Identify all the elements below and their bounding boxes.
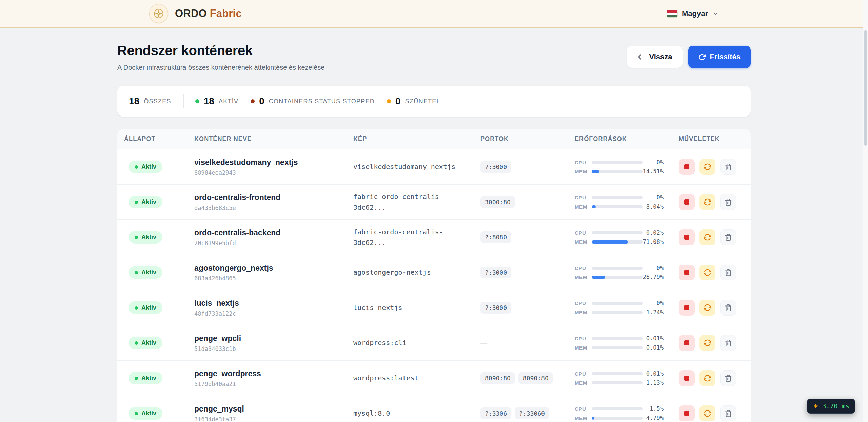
status-cell: Aktív bbox=[117, 337, 194, 349]
stop-button[interactable] bbox=[679, 229, 695, 245]
status-label: Aktív bbox=[141, 198, 156, 206]
mem-row: MEM 14.51% bbox=[575, 168, 664, 175]
delete-button[interactable] bbox=[720, 335, 736, 351]
stopped-dot-icon bbox=[251, 99, 255, 103]
actions-cell bbox=[679, 300, 751, 316]
stop-icon bbox=[684, 305, 689, 310]
mem-bar-fill bbox=[592, 276, 605, 279]
ports-cell: ?:3000 bbox=[480, 267, 575, 278]
stop-button[interactable] bbox=[679, 265, 695, 280]
restart-button[interactable] bbox=[699, 405, 715, 421]
stat-total-value: 18 bbox=[129, 96, 139, 107]
container-id: 3f634de3fa37 bbox=[194, 416, 353, 422]
stop-icon bbox=[684, 164, 689, 169]
cpu-value: 0.02% bbox=[643, 229, 664, 236]
delete-button[interactable] bbox=[720, 159, 736, 175]
table-body: Aktív viselkedestudomany_nextjs 88984eea… bbox=[117, 149, 751, 422]
mem-value: 14.51% bbox=[643, 168, 664, 175]
app-logo bbox=[149, 4, 168, 23]
status-dot-icon bbox=[135, 341, 138, 345]
mem-label: MEM bbox=[575, 239, 592, 245]
port-badge: 8090:80 bbox=[480, 372, 515, 384]
delete-button[interactable] bbox=[720, 300, 736, 316]
mem-label: MEM bbox=[575, 204, 592, 210]
container-name: ordo-centralis-backend bbox=[194, 228, 353, 237]
back-button-label: Vissza bbox=[649, 52, 672, 61]
restart-button[interactable] bbox=[699, 300, 715, 316]
refresh-button[interactable]: Frissítés bbox=[688, 46, 751, 68]
resources-cell: CPU 0.02% MEM 71.08% bbox=[575, 227, 679, 248]
status-cell: Aktív bbox=[117, 407, 194, 420]
restart-button[interactable] bbox=[699, 159, 715, 175]
mem-bar bbox=[592, 346, 643, 349]
table-header-cell: ERŐFORRÁSOK bbox=[575, 135, 679, 143]
arrow-left-icon bbox=[637, 53, 645, 61]
container-image: lucis-nextjs bbox=[353, 302, 480, 313]
stat-active-label: AKTÍV bbox=[219, 98, 238, 105]
back-button[interactable]: Vissza bbox=[627, 46, 683, 68]
delete-button[interactable] bbox=[720, 405, 736, 421]
ports-cell: ?:3000 bbox=[480, 161, 575, 173]
restart-icon bbox=[704, 233, 711, 241]
language-selector[interactable]: Magyar bbox=[667, 9, 719, 18]
status-label: Aktív bbox=[141, 375, 156, 382]
cpu-bar bbox=[592, 161, 643, 164]
container-name: lucis_nextjs bbox=[194, 299, 353, 308]
restart-icon bbox=[704, 339, 711, 347]
scrollbar-thumb[interactable] bbox=[864, 30, 867, 146]
stop-button[interactable] bbox=[679, 370, 695, 386]
delete-button[interactable] bbox=[720, 194, 736, 210]
paused-dot-icon bbox=[387, 99, 391, 103]
container-image: agostongergo-nextjs bbox=[353, 267, 480, 278]
page-scrollbar[interactable] bbox=[863, 0, 868, 422]
cpu-value: 0.01% bbox=[643, 370, 664, 377]
stop-button[interactable] bbox=[679, 159, 695, 175]
restart-button[interactable] bbox=[699, 194, 715, 210]
status-badge: Aktív bbox=[129, 407, 162, 420]
port-badge: ?:8080 bbox=[480, 231, 511, 243]
status-dot-icon bbox=[135, 165, 138, 169]
cpu-bar bbox=[592, 196, 643, 199]
mem-label: MEM bbox=[575, 310, 592, 315]
mem-label: MEM bbox=[575, 345, 592, 351]
table-row: Aktív penge_wpcli 51da34033c1b wordpress… bbox=[117, 325, 751, 361]
status-dot-icon bbox=[135, 412, 138, 415]
stop-icon bbox=[684, 340, 689, 345]
delete-button[interactable] bbox=[720, 265, 736, 280]
stat-paused-value: 0 bbox=[395, 96, 401, 107]
table-row: Aktív agostongergo_nextjs 683a426b4865 a… bbox=[117, 255, 751, 290]
resources-cell: CPU 0.01% MEM 0.01% bbox=[575, 333, 679, 353]
cpu-bar bbox=[592, 372, 643, 375]
name-cell: penge_mysql 3f634de3fa37 bbox=[194, 404, 353, 422]
restart-button[interactable] bbox=[699, 229, 715, 245]
cpu-value: 0% bbox=[643, 194, 664, 201]
cpu-bar bbox=[592, 302, 643, 305]
delete-button[interactable] bbox=[720, 370, 736, 386]
restart-button[interactable] bbox=[699, 265, 715, 280]
mem-row: MEM 26.79% bbox=[575, 274, 664, 280]
stop-icon bbox=[684, 199, 689, 205]
restart-button[interactable] bbox=[699, 335, 715, 351]
status-cell: Aktív bbox=[117, 196, 194, 208]
stop-icon bbox=[684, 376, 689, 381]
no-ports-dash: — bbox=[480, 339, 487, 347]
stop-button[interactable] bbox=[679, 300, 695, 316]
port-badge: 8090:80 bbox=[518, 372, 553, 384]
table-row: Aktív ordo-centralis-backend 20c8199e5bf… bbox=[117, 220, 751, 255]
brand-text: ORDO Fabric bbox=[175, 7, 242, 20]
container-name: penge_wpcli bbox=[194, 334, 353, 343]
container-image: viselkedestudomany-nextjs bbox=[353, 162, 480, 172]
top-bar: ORDO Fabric Magyar bbox=[0, 0, 868, 28]
stop-button[interactable] bbox=[679, 405, 695, 421]
stop-button[interactable] bbox=[679, 335, 695, 351]
stop-button[interactable] bbox=[679, 194, 695, 210]
name-cell: penge_wordpress 5179db40aa21 bbox=[194, 369, 353, 387]
table-header-row: ÁLLAPOT KONTÉNER NEVE KÉP PORTOK ERŐFORR… bbox=[117, 129, 751, 149]
container-id: da433b683c5e bbox=[194, 205, 353, 211]
restart-button[interactable] bbox=[699, 370, 715, 386]
status-label: Aktív bbox=[141, 304, 156, 311]
trash-icon bbox=[725, 198, 732, 206]
status-badge: Aktív bbox=[129, 231, 162, 244]
delete-button[interactable] bbox=[720, 229, 736, 245]
mem-bar bbox=[592, 170, 643, 173]
